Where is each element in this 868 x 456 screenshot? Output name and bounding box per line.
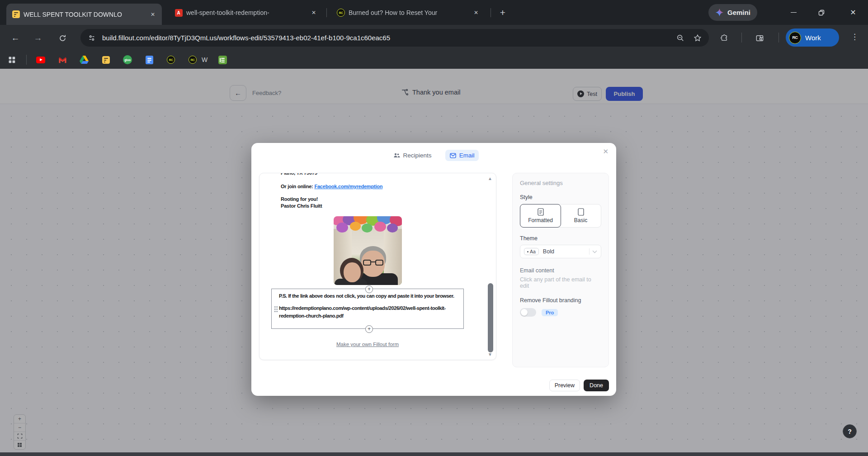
apps-grid-icon[interactable] (7, 55, 16, 64)
bookmarks-separator (26, 55, 27, 65)
site-settings-icon[interactable] (88, 34, 96, 42)
forward-icon[interactable]: → (30, 30, 46, 46)
scrollbar-thumb[interactable] (488, 283, 493, 352)
help-button[interactable]: ? (843, 424, 857, 438)
insert-block-below-button[interactable]: + (365, 325, 373, 333)
drag-handle-icon[interactable] (274, 306, 278, 313)
minimize-button[interactable] (783, 0, 804, 25)
gemini-label: Gemini (727, 9, 750, 16)
pro-badge: Pro (542, 309, 558, 316)
basic-file-icon (578, 208, 584, 216)
bookmark-rc-w-icon[interactable]: RC (188, 55, 197, 64)
preview-button[interactable]: Preview (549, 380, 580, 391)
tab-separator (326, 8, 327, 17)
browser-tab-article[interactable]: RC Burned out? How to Reset Your ✕ (333, 5, 484, 20)
modal-footer: Preview Done (549, 380, 609, 391)
style-segmented-control: Formatted Basic (520, 204, 601, 228)
done-button[interactable]: Done (584, 380, 609, 391)
ps-url: https://redemptionplano.com/wp-content/u… (279, 304, 446, 320)
back-icon[interactable]: ← (7, 30, 24, 46)
toolbar-separator (778, 33, 779, 43)
new-tab-button[interactable]: + (496, 6, 509, 19)
email-content-label: Email content (520, 267, 601, 274)
settings-title: General settings (520, 180, 601, 186)
address-bar[interactable]: build.fillout.com/editor/8TyTjD3QmLus/wo… (80, 29, 709, 47)
bookmark-star-icon[interactable] (693, 34, 702, 42)
browser-tab-fillout[interactable]: WELL SPENT TOOLKIT DOWNLO ✕ (6, 4, 162, 25)
email-rooting-line: Rooting for you! (281, 196, 318, 202)
bookmark-docs-icon[interactable] (145, 55, 154, 64)
bookmark-gmail-icon[interactable] (58, 55, 67, 64)
tab-bar: WELL SPENT TOOLKIT DOWNLO ✕ A well-spent… (0, 0, 868, 25)
fillout-branding-link-wrap: Make your own Fillout form (271, 340, 464, 348)
bookmarks-bar: gloo RC RC W (0, 51, 868, 69)
formatted-file-icon (538, 208, 544, 216)
browser-window: WELL SPENT TOOLKIT DOWNLO ✕ A well-spent… (0, 0, 868, 456)
close-window-button[interactable]: ✕ (843, 0, 863, 25)
profile-avatar: RC (789, 32, 801, 44)
zoom-out-icon[interactable] (676, 34, 684, 42)
scroll-down-icon[interactable]: ▼ (488, 352, 492, 357)
fillout-favicon-icon (12, 10, 20, 19)
browser-tab-pdf[interactable]: A well-spent-toolkit-redemption- ✕ (171, 5, 322, 20)
email-cropped-line: Plano, TX 75075 (281, 173, 317, 176)
envelope-icon (450, 153, 456, 158)
profile-label: Work (805, 34, 821, 42)
tab-recipients[interactable]: Recipients (389, 150, 436, 161)
gemini-spark-icon (715, 8, 724, 17)
browser-menu-icon[interactable]: ⋮ (851, 32, 859, 42)
reload-icon[interactable] (54, 30, 71, 46)
branding-label: Remove Fillout branding (520, 297, 601, 304)
style-option-basic[interactable]: Basic (561, 204, 601, 227)
tab-title: WELL SPENT TOOLKIT DOWNLO (24, 11, 145, 18)
bookmark-rc-icon[interactable]: RC (166, 55, 175, 64)
email-content-hint: Click any part of the email to edit (520, 276, 601, 289)
modal-tabs: Recipients Email (251, 150, 616, 161)
tab-title: Burned out? How to Reset Your (349, 9, 468, 16)
scroll-up-icon[interactable]: ▲ (488, 176, 492, 181)
email-signature-line: Pastor Chris Fluitt (281, 203, 322, 209)
theme-dropdown[interactable]: Aa Bold (520, 245, 601, 258)
theme-label: Theme (520, 235, 601, 242)
modal-close-icon[interactable]: ✕ (603, 147, 609, 156)
bookmark-fillout-icon[interactable] (101, 55, 110, 64)
restore-icon (818, 10, 825, 16)
tab-close-icon[interactable]: ✕ (309, 8, 318, 17)
restore-button[interactable] (811, 0, 832, 25)
email-settings-modal: Recipients Email ✕ Plano, TX 75075 Or jo… (251, 143, 616, 396)
style-label: Style (520, 194, 601, 200)
bookmark-drive-icon[interactable] (80, 55, 89, 64)
tab-email[interactable]: Email (445, 150, 479, 161)
tab-title: well-spent-toolkit-redemption- (186, 9, 306, 16)
bookmark-list-icon[interactable] (218, 55, 227, 64)
tab-separator (491, 8, 491, 17)
general-settings-panel: General settings Style Formatted Basic T… (512, 173, 609, 367)
email-preview-card[interactable]: Plano, TX 75075 Or join online: Facebook… (259, 173, 496, 360)
profile-button[interactable]: RC Work (786, 28, 839, 47)
extensions-icon[interactable] (716, 30, 732, 46)
bookmark-youtube-icon[interactable] (36, 55, 45, 64)
email-scrollbar: ▲ ▼ (487, 176, 494, 357)
branding-toggle[interactable] (520, 308, 536, 317)
facebook-link[interactable]: Facebook.com/myredemption (314, 184, 382, 189)
gemini-button[interactable]: Gemini (708, 4, 757, 21)
tab-close-icon[interactable]: ✕ (148, 10, 157, 19)
people-icon (393, 152, 400, 159)
selected-email-block[interactable]: P.S. If the link above does not click, y… (271, 289, 464, 329)
chevron-down-icon (592, 250, 597, 253)
side-panel-search-icon[interactable] (751, 30, 768, 46)
bookmark-gloo-icon[interactable]: gloo (123, 55, 132, 64)
rc-favicon-icon: RC (337, 9, 345, 17)
theme-value: Bold (543, 248, 554, 255)
tab-close-icon[interactable]: ✕ (472, 8, 481, 17)
insert-block-above-button[interactable]: + (365, 285, 373, 293)
pastor-photo[interactable] (334, 216, 402, 285)
style-option-formatted[interactable]: Formatted (520, 204, 561, 228)
pdf-favicon-icon: A (175, 9, 183, 17)
email-join-line: Or join online: Facebook.com/myredemptio… (281, 184, 382, 189)
bookmark-w-label[interactable]: W (202, 55, 208, 64)
toolbar-separator (741, 33, 742, 43)
url-text[interactable]: build.fillout.com/editor/8TyTjD3QmLus/wo… (102, 34, 390, 42)
theme-badge: Aa (524, 248, 539, 255)
fillout-branding-link[interactable]: Make your own Fillout form (336, 342, 399, 347)
